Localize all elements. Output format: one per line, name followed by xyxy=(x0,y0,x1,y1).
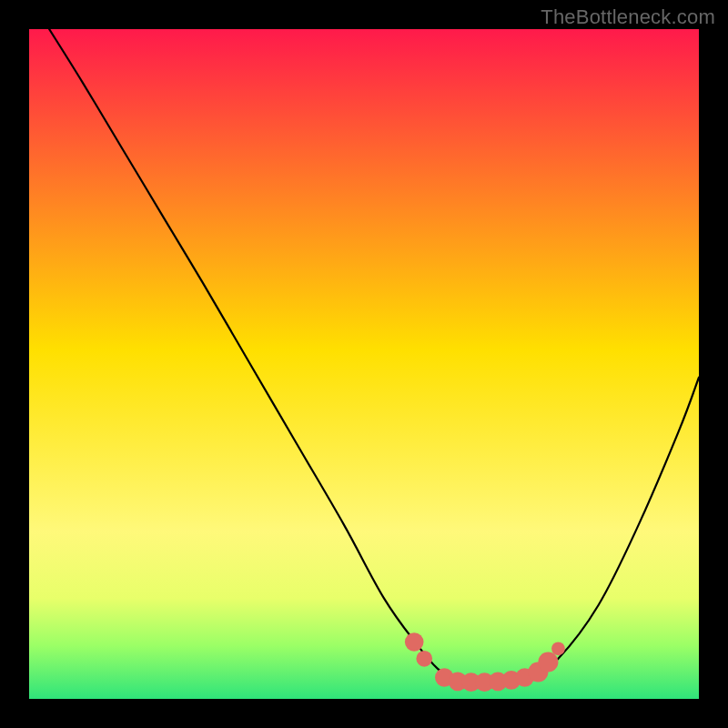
bottleneck-chart xyxy=(29,29,699,699)
gradient-background xyxy=(29,29,699,699)
chart-container: TheBottleneck.com xyxy=(0,0,728,728)
watermark-text: TheBottleneck.com xyxy=(541,5,715,29)
marker-dot xyxy=(538,652,558,672)
marker-dot xyxy=(416,651,432,667)
marker-dot xyxy=(405,632,424,652)
marker-dot xyxy=(551,642,565,655)
plot-area xyxy=(29,29,699,699)
